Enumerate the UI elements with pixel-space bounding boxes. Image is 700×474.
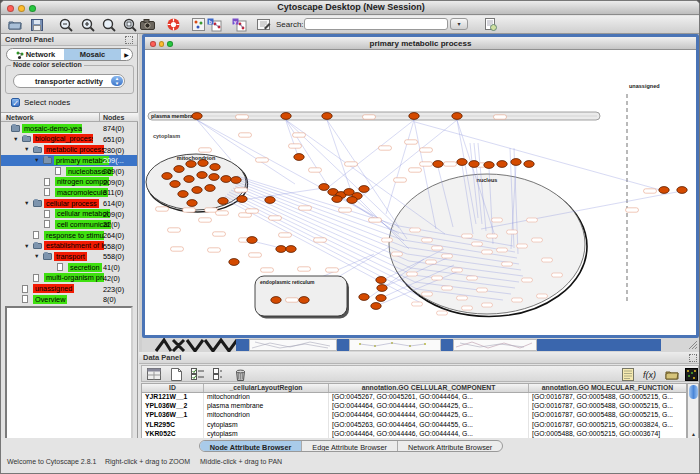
tree-row-establishment-of-lo[interactable]: ▼establishment of lo558(0)	[1, 241, 137, 252]
tree-row-cellular-process[interactable]: ▼cellular process614(0)	[1, 198, 137, 209]
formula-builder-icon[interactable]: f(x)	[641, 367, 659, 381]
tab-edge-attribute-browser[interactable]: Edge Attribute Browser	[302, 441, 398, 451]
background-window	[349, 339, 441, 351]
expand-arrow-icon[interactable]: ▼	[13, 136, 18, 142]
tree-row-count: 558(0)	[103, 242, 124, 251]
zoom-in-icon[interactable]	[79, 17, 96, 32]
layout-icon[interactable]: y	[231, 17, 248, 32]
select-attributes-icon[interactable]	[145, 367, 163, 381]
zoom-fit-icon[interactable]	[100, 17, 117, 32]
table-cell: plasma membrane	[204, 402, 329, 411]
tab-overflow-arrow[interactable]: ▶	[121, 49, 132, 60]
network-view-titlebar[interactable]: primary metabolic process	[145, 37, 696, 50]
open-file-icon[interactable]	[6, 17, 23, 32]
zoom-selected-icon[interactable]	[121, 17, 138, 32]
tab-network-label: Network	[26, 50, 56, 59]
expand-arrow-icon[interactable]: ▼	[24, 200, 29, 206]
tree-row-label: nitrogen compo	[55, 177, 109, 186]
tab-mosaic[interactable]: Mosaic	[64, 49, 121, 60]
save-icon[interactable]	[28, 17, 45, 32]
network-canvas[interactable]: plasma membranecytoplasmmitochondrionnuc…	[145, 50, 696, 335]
svg-text:endoplasmic reticulum: endoplasmic reticulum	[260, 279, 315, 285]
tree-row-macromolecule[interactable]: macromolecule311(0)	[1, 187, 137, 198]
color-attribute-value: transporter activity	[35, 77, 103, 86]
unselect-attributes-icon[interactable]	[209, 367, 227, 381]
background-frame-edge	[236, 339, 249, 351]
table-cell: [GO:0045267, GO:0045261, GO:0044464, G..…	[329, 393, 529, 402]
tab-network-attribute-browser[interactable]: Network Attribute Browser	[398, 441, 502, 451]
tab-network[interactable]: Network	[7, 49, 64, 60]
table-cell: YPL036W__1	[142, 411, 204, 420]
column-header[interactable]: annotation.GO CELLULAR_COMPONENT	[329, 384, 529, 392]
column-header[interactable]: annotation.GO MOLECULAR_FUNCTION	[529, 384, 686, 392]
tree-row-overview[interactable]: Overview8(0)	[1, 294, 137, 305]
resize-grip-icon[interactable]	[688, 340, 698, 350]
control-panel-title: Control Panel	[5, 35, 54, 44]
annotation-import-icon[interactable]	[482, 17, 499, 32]
annotate-icon[interactable]	[255, 17, 272, 32]
table-row[interactable]: YPL036W__2plasma membrane[GO:0044464, GO…	[142, 402, 686, 411]
search-options-dropdown[interactable]: ▾	[450, 18, 468, 30]
tree-row-nucleobase-c[interactable]: nucleobase-c209(0)	[1, 166, 137, 177]
tree-row-response-to-stimulu[interactable]: response to stimulu264(0)	[1, 230, 137, 241]
birdseye-view-panel[interactable]	[5, 306, 133, 450]
tree-row-multi-organism-pro[interactable]: multi-organism pro42(0)	[1, 273, 137, 284]
column-header[interactable]: _cellularLayoutRegion	[204, 384, 329, 392]
vizmapper-icon[interactable]: b	[206, 17, 223, 32]
new-attribute-icon[interactable]	[167, 367, 185, 381]
tree-row-cell-communicat[interactable]: cell communicat22(0)	[1, 219, 137, 230]
network-view-frame[interactable]: primary metabolic process plasma membran…	[142, 34, 699, 338]
network-desktop: primary metabolic process plasma membran…	[139, 34, 700, 352]
select-nodes-checkbox[interactable]: ✓	[11, 98, 20, 107]
tree-row-count: 264(0)	[103, 231, 124, 240]
network-file-icon	[44, 220, 50, 228]
expand-arrow-icon[interactable]: ▼	[34, 157, 39, 163]
tree-row-count: 42(0)	[103, 274, 120, 283]
tree-row-biological-process[interactable]: ▼biological_process651(0)	[1, 134, 137, 145]
background-frame-edge	[441, 339, 453, 351]
tree-row-nitrogen-compo[interactable]: nitrogen compo209(0)	[1, 176, 137, 187]
tree-row-mosaic-demo-yeast[interactable]: mosaic-demo-yeast874(0)	[1, 123, 137, 134]
birdseye-icon[interactable]	[190, 17, 207, 32]
expand-arrow-icon[interactable]: ▼	[24, 146, 29, 152]
scroll-up-arrow[interactable]: ▲	[689, 431, 698, 437]
folder-icon	[33, 243, 42, 250]
help-icon[interactable]	[165, 17, 182, 32]
background-window	[453, 339, 537, 351]
folder-icon	[43, 253, 52, 260]
table-cell: YJR121W__1	[142, 393, 204, 402]
tree-row-metabolic-process[interactable]: ▼metabolic process280(0)	[1, 144, 137, 155]
snapshot-icon[interactable]	[139, 17, 156, 32]
float-panel-icon[interactable]	[125, 36, 133, 44]
table-row[interactable]: YPL036W__1mitochondrion[GO:0044464, GO:0…	[142, 411, 686, 420]
attribute-checklist-icon[interactable]	[189, 367, 207, 381]
table-cell: mitochondrion	[204, 411, 329, 420]
background-window	[249, 339, 337, 351]
float-panel-icon[interactable]	[689, 354, 697, 362]
tree-row-label: mosaic-demo-yeast	[22, 124, 82, 133]
tree-row-count: 41(0)	[103, 263, 120, 272]
attribute-list-icon[interactable]	[619, 367, 637, 381]
zoom-out-icon[interactable]	[57, 17, 74, 32]
tree-row-transport[interactable]: ▼transport558(0)	[1, 251, 137, 262]
table-cell: [GO:0016787, GO:0005488, GO:0005215, G..…	[529, 393, 686, 402]
tree-row-cellular-metabol[interactable]: cellular metabol209(0)	[1, 209, 137, 220]
node-color-selection-group: Node color selection transporter activit…	[5, 65, 134, 94]
color-attribute-dropdown[interactable]: transporter activity ▲▼	[13, 74, 125, 88]
column-header[interactable]: ID	[142, 384, 204, 392]
tree-row-unassigned[interactable]: unassigned223(0)	[1, 283, 137, 294]
import-attributes-icon[interactable]	[663, 367, 681, 381]
tree-row-secretion[interactable]: secretion41(0)	[1, 262, 137, 273]
tab-node-attribute-browser[interactable]: Node Attribute Browser	[200, 441, 303, 451]
search-input[interactable]	[304, 18, 448, 30]
window-titlebar[interactable]: Cytoscape Desktop (New Session)	[1, 1, 700, 15]
scrollbar-thumb[interactable]	[689, 385, 698, 399]
expand-arrow-icon[interactable]: ▼	[24, 243, 29, 249]
tree-row-count: 558(0)	[103, 252, 124, 261]
expand-arrow-icon[interactable]: ▼	[34, 253, 39, 259]
delete-attribute-icon[interactable]	[231, 367, 249, 381]
table-row[interactable]: YJR121W__1mitochondrion[GO:0045267, GO:0…	[142, 393, 686, 402]
tree-row-primary-metabo[interactable]: ▼primary metabo209(...	[1, 155, 137, 166]
matrix-view-icon[interactable]	[682, 367, 700, 381]
table-row[interactable]: YLR295Ccytoplasm[GO:0045263, GO:0044464,…	[142, 421, 686, 430]
